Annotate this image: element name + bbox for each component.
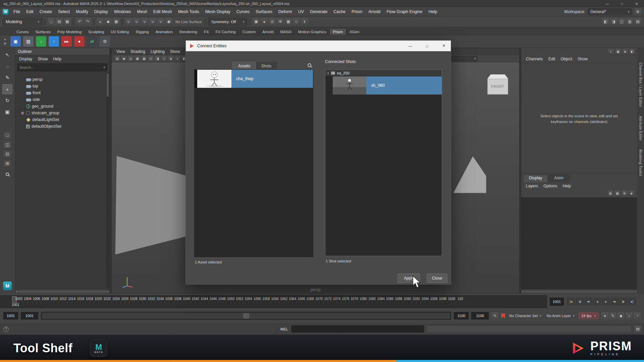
move-tool[interactable]: + — [2, 84, 12, 94]
select-camera-icon[interactable]: ▤ — [114, 56, 120, 61]
prism-render-icon[interactable]: ● — [74, 36, 85, 47]
resolution-gate-icon[interactable]: ◨ — [155, 56, 160, 61]
playback-start-field[interactable]: 1001 — [21, 312, 38, 319]
prism-settings-icon[interactable]: ⚙ — [100, 36, 110, 47]
tab-shots[interactable]: Shots — [256, 62, 277, 69]
image-plane-icon[interactable]: ▦ — [141, 56, 147, 61]
viewcube-top-face[interactable] — [487, 74, 508, 79]
shelf-tab[interactable]: FX — [201, 29, 212, 35]
menu-item[interactable]: Surfaces — [253, 7, 275, 16]
snap-to-projected-center-icon[interactable]: ∪ — [149, 18, 156, 25]
fps-dropdown[interactable]: 24 fps ▾ — [579, 312, 599, 319]
dialog-close-button[interactable]: ✕ — [437, 41, 451, 51]
asset-row[interactable]: cha_thep — [195, 70, 313, 88]
layer-editor-tab[interactable]: Display — [523, 175, 548, 182]
make-object-live-icon[interactable]: ◉ — [165, 18, 172, 25]
menu-item[interactable]: Deform — [275, 7, 295, 16]
ipr-render-icon[interactable]: ◎ — [269, 18, 276, 25]
sidebar-tab[interactable]: Attribute Editor — [639, 116, 642, 141]
anim-layer-dropdown[interactable]: No Anim Layer ▾ — [545, 314, 576, 318]
shot-row[interactable]: sh_060 — [333, 76, 442, 95]
layer-editor-hscrollbar[interactable]: ◂ ▸ — [521, 289, 637, 294]
range-slider-grip[interactable] — [243, 313, 249, 318]
outliner-item[interactable]: defaultLightSet — [15, 116, 109, 123]
channel-box-menu-item[interactable]: Channels — [523, 57, 546, 61]
prism-playblast-icon[interactable]: ▸▸ — [61, 36, 72, 47]
render-current-frame-icon[interactable]: ● — [261, 18, 268, 25]
viewport-menu-item[interactable]: Lighting — [148, 49, 167, 54]
toggle-layer-visibility-icon[interactable]: ▤ — [607, 190, 613, 196]
go-to-end-button[interactable]: ▸| — [628, 298, 636, 305]
layer-editor-menu-item[interactable]: Options — [541, 184, 560, 188]
dialog-titlebar[interactable]: Connect Entities — □ ✕ — [186, 41, 451, 51]
outliner-search-input[interactable]: Search... ▾ — [17, 63, 107, 71]
shelf-tab[interactable]: MASH — [277, 29, 294, 35]
help-icon[interactable]: ? — [3, 326, 9, 332]
layer-options-icon[interactable]: ◈ — [629, 190, 634, 196]
snap-to-grid-icon[interactable]: ∪ — [125, 18, 132, 25]
layer-editor-tab[interactable]: Anim — [548, 175, 569, 182]
open-scene-icon[interactable]: ▤ — [56, 18, 63, 25]
menu-item[interactable]: Edit Mesh — [150, 7, 175, 16]
animation-start-field[interactable]: 1001 — [3, 312, 18, 319]
shelf-tab[interactable]: XGen — [346, 29, 362, 35]
layer-list[interactable] — [521, 198, 637, 289]
render-settings-icon[interactable]: ⚙ — [277, 18, 284, 25]
playback-speed-icon[interactable]: ◔ — [634, 312, 641, 319]
channel-pin-icon[interactable]: ◈ — [622, 49, 628, 54]
menu-item[interactable]: Arnold — [365, 7, 383, 16]
playback-loop-icon[interactable]: ↻ — [609, 312, 616, 319]
layer-editor-menu-item[interactable]: Help — [560, 184, 574, 188]
select-object-mode-icon[interactable]: ◆ — [105, 18, 112, 25]
expand-icon[interactable]: ⊞ — [20, 111, 24, 115]
menu-item[interactable]: Cache — [330, 7, 348, 16]
prism-project-browser-icon[interactable]: ▤ — [23, 36, 34, 47]
time-slider[interactable]: 1002100410061008101010121014101610181020… — [0, 295, 547, 308]
select-hierarchy-icon[interactable]: ≡ — [97, 18, 104, 25]
close-button[interactable]: Close — [427, 274, 447, 283]
outliner-menu-item[interactable]: Display — [16, 57, 35, 61]
new-scene-icon[interactable]: □ — [48, 18, 55, 25]
auto-keyframe-icon[interactable]: ● — [601, 312, 608, 319]
menu-item[interactable]: Create — [37, 7, 55, 16]
step-forward-frame-button[interactable]: |▸ — [620, 298, 627, 305]
menu-item[interactable]: Edit — [23, 7, 37, 16]
window-close-button[interactable]: ✕ — [629, 0, 644, 7]
outliner-item[interactable]: top — [15, 83, 109, 89]
channel-box-menu-item[interactable]: Show — [575, 57, 590, 61]
asset-list[interactable]: cha_thep — [194, 69, 313, 257]
menu-item[interactable]: Help — [425, 7, 440, 16]
redo-icon[interactable]: ↷ — [84, 18, 91, 25]
zoom-tool-icon[interactable] — [2, 169, 12, 179]
sequence-row[interactable]: ▾ sq_250 — [325, 70, 442, 76]
step-back-frame-button[interactable]: ◂| — [576, 298, 584, 305]
shelf-tab[interactable]: Curves — [13, 29, 32, 35]
outliner-item[interactable]: side — [15, 96, 109, 103]
command-line-input[interactable] — [291, 325, 424, 333]
lasso-select-tool[interactable]: ◌ — [2, 61, 12, 71]
prism-import-icon[interactable]: ↓ — [36, 36, 46, 47]
shelf-menu-icon[interactable]: ⚙ — [4, 42, 6, 45]
field-chart-icon[interactable]: ◈ — [168, 56, 174, 61]
snap-to-point-icon[interactable]: ∪ — [141, 18, 148, 25]
prism-export-icon[interactable]: ↑ — [49, 36, 59, 47]
snap-to-view-plane-icon[interactable]: ∪ — [157, 18, 164, 25]
go-to-start-button[interactable]: |◂ — [567, 298, 575, 305]
create-empty-layer-icon[interactable]: ▦ — [614, 190, 620, 196]
menu-item[interactable]: Curves — [233, 7, 253, 16]
menu-item[interactable]: Select — [55, 7, 73, 16]
layout-two-panes-side[interactable]: ◫ — [3, 140, 12, 148]
menu-item[interactable]: Display — [91, 7, 111, 16]
menu-item[interactable]: Mesh — [134, 7, 151, 16]
sound-icon[interactable]: ♪ — [626, 312, 633, 319]
outliner-item[interactable]: defaultObjectSet — [15, 123, 109, 130]
layout-four-panes[interactable]: ⊞ — [3, 159, 12, 167]
shelf-tab-menu-icon[interactable]: ▾ — [4, 38, 6, 41]
save-scene-icon[interactable]: ▦ — [64, 18, 71, 25]
select-component-mode-icon[interactable]: ▦ — [113, 18, 120, 25]
layout-single-pane[interactable]: □ — [3, 131, 12, 139]
toggle-hypershade-panel-icon[interactable]: ◨ — [610, 18, 617, 25]
layer-editor-menu-item[interactable]: Layers — [523, 184, 541, 188]
playback-end-field[interactable]: 1100 — [454, 312, 469, 319]
viewport-menu-item[interactable]: View — [114, 49, 128, 54]
